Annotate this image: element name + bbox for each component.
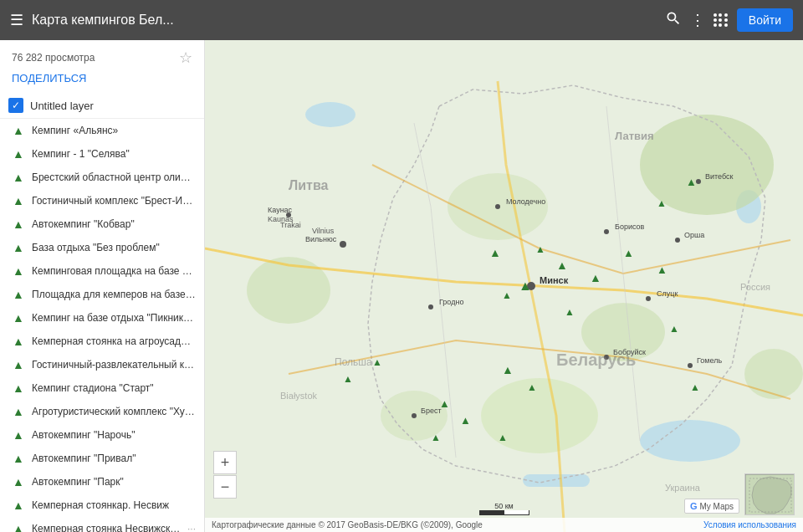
tent-icon bbox=[12, 123, 25, 138]
svg-text:▲: ▲ bbox=[556, 258, 568, 272]
svg-text:Гомель: Гомель bbox=[697, 356, 722, 365]
tent-icon bbox=[12, 474, 25, 489]
place-name: Автокемпинг "Привал" bbox=[32, 453, 196, 464]
star-icon[interactable]: ☆ bbox=[179, 49, 192, 67]
svg-text:Брест: Брест bbox=[421, 407, 442, 415]
place-item[interactable]: Кемперная стоянка на агроусадьбе "Ник... bbox=[0, 330, 204, 353]
layer-checkbox[interactable]: ✓ bbox=[8, 98, 23, 113]
svg-text:▲: ▲ bbox=[498, 432, 508, 443]
svg-text:Украина: Украина bbox=[665, 483, 701, 493]
svg-text:▲: ▲ bbox=[623, 247, 634, 259]
tent-icon bbox=[12, 381, 25, 396]
page-title: Карта кемпингов Бел... bbox=[32, 13, 657, 28]
svg-text:▲: ▲ bbox=[690, 381, 700, 393]
place-name: Гостиничный-развлекательный компле... bbox=[32, 359, 196, 371]
map-attribution: Картографические данные © 2017 GeoBasis-… bbox=[205, 518, 803, 532]
svg-point-28 bbox=[675, 238, 680, 243]
place-name: Площадка для кемперов на базе агроус... bbox=[32, 289, 196, 300]
menu-icon[interactable]: ☰ bbox=[10, 11, 23, 29]
tent-icon bbox=[12, 451, 25, 466]
svg-text:Białystok: Białystok bbox=[280, 391, 318, 401]
scale-label: 50 км bbox=[494, 502, 514, 510]
place-item[interactable]: Автокемпинг "Привал" bbox=[0, 447, 204, 470]
place-item[interactable]: Гостиничный-развлекательный компле... bbox=[0, 353, 204, 376]
svg-text:▲: ▲ bbox=[657, 263, 667, 276]
place-item[interactable]: Гостиничный комплекс "Брест-Интурист" bbox=[0, 189, 204, 212]
place-item[interactable]: Кемпинг «Альянс» bbox=[0, 119, 204, 142]
svg-text:▲: ▲ bbox=[657, 197, 667, 209]
topbar: ☰ Карта кемпингов Бел... ⋮ Войти bbox=[0, 0, 803, 40]
tent-icon bbox=[12, 334, 25, 349]
tent-icon bbox=[12, 263, 25, 279]
place-list: Кемпинг «Альянс» Кемпинг - 1 "Селява" Бр… bbox=[0, 119, 204, 532]
place-item[interactable]: Кемперная стоянкар. Несвиж bbox=[0, 494, 204, 517]
svg-text:Vilnius: Vilnius bbox=[312, 227, 335, 235]
map-background: Минск Молодечно Борисов Слуцк Гродно Бре… bbox=[205, 40, 803, 532]
svg-text:▲: ▲ bbox=[535, 243, 545, 255]
terms-link[interactable]: Условия использования bbox=[703, 520, 796, 529]
tent-icon bbox=[12, 498, 25, 513]
place-item[interactable]: Площадка для кемперов на базе агроус... bbox=[0, 283, 204, 306]
place-item[interactable]: Кемпинговая площадка на базе агроус... bbox=[0, 259, 204, 283]
map-controls: + − bbox=[213, 451, 237, 499]
place-name: Агротуристический комплекс "Хуторок у... bbox=[32, 406, 196, 417]
svg-point-10 bbox=[744, 349, 803, 399]
place-name: Кемперная стоянка на агроусадьбе "Ник... bbox=[32, 335, 196, 347]
my-maps-text: My Maps bbox=[699, 502, 734, 511]
map-area[interactable]: Минск Молодечно Борисов Слуцк Гродно Бре… bbox=[205, 40, 803, 532]
place-name: Брестский областной центр олимпийск... bbox=[32, 171, 196, 183]
share-link[interactable]: ПОДЕЛИТЬСЯ bbox=[0, 70, 204, 93]
svg-point-26 bbox=[696, 179, 701, 184]
svg-text:▲: ▲ bbox=[527, 381, 537, 393]
main-content: 76 282 просмотра ☆ ПОДЕЛИТЬСЯ ✓ Untitled… bbox=[0, 40, 803, 532]
svg-point-39 bbox=[340, 241, 346, 248]
svg-text:▲: ▲ bbox=[460, 414, 471, 427]
svg-rect-4 bbox=[523, 474, 590, 487]
tent-icon bbox=[12, 170, 25, 185]
grid-icon[interactable] bbox=[713, 13, 729, 27]
svg-text:▲: ▲ bbox=[372, 356, 382, 368]
svg-point-1 bbox=[305, 102, 355, 127]
place-item[interactable]: Кемпинг стадиона "Старт" bbox=[0, 376, 204, 400]
svg-text:Минск: Минск bbox=[540, 275, 569, 285]
svg-text:Слуцк: Слуцк bbox=[657, 289, 678, 298]
svg-text:Kaunas: Kaunas bbox=[268, 215, 294, 223]
place-name: Гостиничный комплекс "Брест-Интурист" bbox=[32, 195, 196, 207]
tent-icon bbox=[12, 357, 25, 372]
place-item[interactable]: Автокемпинг "Кобвар" bbox=[0, 212, 204, 236]
svg-text:▲: ▲ bbox=[502, 363, 514, 376]
google-g-icon: G bbox=[690, 501, 698, 511]
svg-text:▲: ▲ bbox=[686, 176, 697, 188]
more-icon[interactable]: ⋮ bbox=[690, 11, 705, 29]
place-item[interactable]: Автокемпинг "Нарочь" bbox=[0, 423, 204, 447]
attribution-text: Картографические данные © 2017 GeoBasis-… bbox=[212, 520, 483, 529]
tent-icon bbox=[12, 310, 25, 325]
zoom-in-button[interactable]: + bbox=[213, 451, 237, 474]
svg-point-20 bbox=[428, 304, 433, 309]
sidebar: 76 282 просмотра ☆ ПОДЕЛИТЬСЯ ✓ Untitled… bbox=[0, 40, 205, 532]
place-item[interactable]: Кемпинг на базе отдыха "Пикник парк" bbox=[0, 306, 204, 330]
place-item[interactable]: Агротуристический комплекс "Хуторок у... bbox=[0, 400, 204, 423]
svg-text:Орша: Орша bbox=[684, 231, 704, 239]
tent-icon bbox=[12, 404, 25, 419]
svg-text:Витебск: Витебск bbox=[705, 172, 734, 181]
svg-point-14 bbox=[495, 204, 500, 209]
svg-text:▲: ▲ bbox=[439, 397, 450, 410]
svg-point-24 bbox=[688, 363, 693, 368]
place-item[interactable]: База отдыха "Без проблем" bbox=[0, 236, 204, 259]
place-item[interactable]: Кемперная стоянка Несвижский р-н ··· bbox=[0, 517, 204, 532]
svg-text:Борисов: Борисов bbox=[615, 223, 645, 231]
place-item[interactable]: Автокемпинг "Парк" bbox=[0, 470, 204, 494]
svg-text:Каунас: Каунас bbox=[268, 206, 293, 214]
svg-point-18 bbox=[646, 296, 651, 301]
svg-text:Беларусь: Беларусь bbox=[556, 350, 636, 369]
place-more-icon[interactable]: ··· bbox=[187, 523, 196, 532]
place-name: Кемпинг «Альянс» bbox=[32, 125, 196, 136]
place-item[interactable]: Кемпинг - 1 "Селява" bbox=[0, 142, 204, 166]
signin-button[interactable]: Войти bbox=[737, 8, 793, 32]
place-item[interactable]: Брестский областной центр олимпийск... bbox=[0, 166, 204, 189]
zoom-out-button[interactable]: − bbox=[213, 475, 237, 499]
search-icon[interactable] bbox=[665, 10, 682, 31]
tent-icon bbox=[12, 193, 25, 208]
minimap[interactable] bbox=[744, 473, 795, 515]
